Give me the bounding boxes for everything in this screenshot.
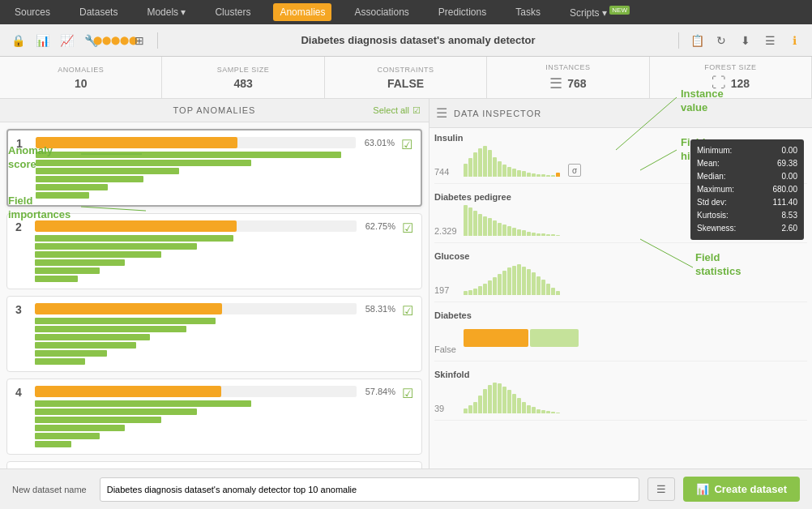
- cat-bar-green: [530, 329, 579, 347]
- score-bar-container: [35, 220, 357, 232]
- chart-icon[interactable]: 📈: [57, 31, 76, 50]
- hist-bar: [488, 150, 492, 177]
- hist-bar: [532, 272, 536, 295]
- select-all-button[interactable]: Select all ☑: [373, 105, 421, 116]
- toolbar-title: Diabetes diagnosis dataset's anomaly det…: [166, 34, 670, 46]
- hist-bar: [517, 264, 521, 295]
- hist-bar: [556, 291, 560, 295]
- hist-bar: [517, 229, 521, 236]
- download-icon[interactable]: ⬇: [736, 31, 755, 50]
- hist-bar: [551, 288, 555, 295]
- create-dataset-button[interactable]: 📊 Create dataset: [683, 477, 800, 502]
- cat-bar-orange: [464, 329, 528, 347]
- hist-bar: [488, 218, 492, 236]
- importance-bar: [35, 433, 100, 439]
- instances-icon: ☰: [549, 75, 562, 92]
- nav-scripts[interactable]: Scripts ▾ NEW: [563, 3, 636, 22]
- instances-value: 768: [567, 77, 586, 90]
- field-value: 39: [434, 404, 459, 413]
- hist-bar: [546, 234, 550, 236]
- hist-bar: [493, 220, 497, 236]
- hist-bar: [488, 280, 492, 295]
- field-name: Glucose: [434, 251, 807, 261]
- nav-associations[interactable]: Associations: [348, 3, 415, 21]
- hist-bar: [536, 233, 541, 236]
- hist-bar: [478, 148, 482, 177]
- anomaly-item-3[interactable]: 3 58.31% ☑: [6, 296, 422, 372]
- nav-sources[interactable]: Sources: [8, 3, 57, 21]
- sample-size-label: SAMPLE SIZE: [217, 66, 270, 74]
- list-icon[interactable]: ☰: [760, 31, 780, 50]
- hist-bar: [556, 235, 560, 236]
- sigma-button[interactable]: σ: [568, 164, 581, 177]
- score-bar-container: [36, 137, 356, 148]
- hist-bar: [498, 223, 502, 236]
- field-statistics-tooltip: Minimum: 0.00 Mean: 69.38 Median: 0.00 M…: [690, 139, 804, 240]
- data-icon[interactable]: 📊: [32, 31, 52, 50]
- importance-bar: [36, 184, 108, 190]
- hist-bar: [483, 284, 487, 295]
- nav-predictions[interactable]: Predictions: [432, 3, 493, 21]
- score-text: 62.75%: [361, 221, 395, 231]
- toolbar: 🔒 📊 📈 🔧 ⬤⬤⬤⬤⬤ ⊞ Diabetes diagnosis datas…: [0, 24, 812, 57]
- hist-bar: [522, 402, 526, 413]
- refresh-icon[interactable]: ↻: [712, 31, 731, 50]
- field-value: False: [434, 344, 459, 354]
- hist-bar: [464, 205, 468, 236]
- hist-bar: [522, 230, 526, 236]
- grid-icon[interactable]: ⊞: [130, 31, 149, 50]
- anomaly-checkbox[interactable]: ☑: [401, 137, 412, 152]
- nav-tasks[interactable]: Tasks: [509, 3, 547, 21]
- importance-bar: [35, 243, 197, 250]
- anomaly-checkbox[interactable]: ☑: [402, 220, 413, 236]
- copy-icon[interactable]: 📋: [687, 31, 707, 50]
- hist-bar: [502, 271, 506, 295]
- nav-clusters[interactable]: Clusters: [208, 3, 257, 21]
- hist-bar: [541, 174, 545, 177]
- importance-bars: [35, 400, 395, 447]
- hist-bar: [507, 267, 511, 295]
- field-name: Skinfold: [434, 370, 807, 379]
- hist-bar: [502, 225, 506, 236]
- hist-bar: [468, 207, 472, 236]
- hist-bar: [478, 214, 482, 236]
- export-button[interactable]: ☰: [647, 477, 675, 501]
- stat-instances: INSTANCES ☰ 768: [487, 57, 649, 98]
- importance-bar: [35, 425, 125, 431]
- hist-bar: [473, 289, 477, 295]
- score-bar: [35, 220, 237, 232]
- nav-anomalies[interactable]: Anomalies: [273, 3, 331, 21]
- top-anomalies-title: TOP ANOMALIES: [173, 105, 256, 115]
- anomaly-checkbox[interactable]: ☑: [402, 386, 413, 401]
- dots-icon[interactable]: ⬤⬤⬤⬤⬤: [105, 31, 125, 50]
- hist-bar: [556, 413, 560, 413]
- score-bar: [36, 137, 237, 148]
- hist-bar: [488, 385, 492, 413]
- hist-bar: [517, 170, 521, 177]
- tooltip-stddev-label: Std dev:: [697, 196, 727, 209]
- hist-bar: [527, 405, 531, 413]
- tooltip-mean-value: 69.38: [777, 157, 797, 170]
- lock-icon[interactable]: 🔒: [8, 31, 28, 50]
- anomaly-item-4[interactable]: 4 57.84% ☑: [6, 379, 422, 455]
- importance-bar: [35, 417, 161, 423]
- importance-bar: [36, 152, 341, 158]
- hist-bar: [522, 267, 526, 295]
- anomaly-checkbox[interactable]: ☑: [402, 303, 413, 319]
- score-bar-container: [35, 303, 357, 314]
- inspector-list-icon[interactable]: ☰: [436, 105, 447, 121]
- anomaly-item-2[interactable]: 2 62.75% ☑: [6, 213, 422, 289]
- info-icon[interactable]: ℹ: [784, 31, 804, 50]
- anomaly-item-5[interactable]: 5 57.65% ☑: [6, 461, 422, 468]
- nav-models[interactable]: Models ▾: [140, 3, 192, 21]
- hist-bar: [498, 161, 502, 177]
- anomaly-score-annotation: Anomalyscore: [8, 144, 53, 172]
- hist-bar: [493, 383, 497, 413]
- dataset-name-input[interactable]: [100, 477, 640, 502]
- tooltip-mean-label: Mean:: [697, 157, 720, 170]
- importance-bar: [35, 358, 85, 365]
- score-bar-container: [35, 386, 357, 397]
- histogram-bars: [464, 203, 560, 236]
- right-panel: ☰ DATA INSPECTOR Insulin 744 σ Diabetes …: [430, 99, 812, 468]
- nav-datasets[interactable]: Datasets: [73, 3, 124, 21]
